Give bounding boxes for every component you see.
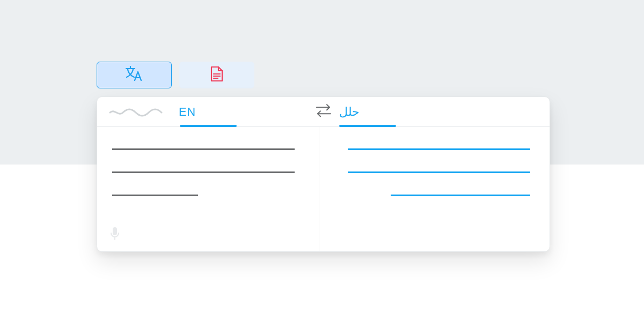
source-text-area[interactable] (97, 127, 319, 251)
source-text-line (112, 195, 198, 196)
source-text-line (112, 148, 295, 150)
document-icon (210, 66, 224, 84)
target-text-line (391, 195, 530, 196)
source-lang-label: EN (179, 105, 196, 119)
voice-input-button[interactable] (110, 227, 120, 243)
target-text-line (348, 148, 530, 150)
microphone-icon (110, 233, 120, 242)
target-lang-selector[interactable]: حلل (320, 97, 550, 126)
target-lang-label: حلل (339, 105, 360, 119)
card-body (97, 127, 550, 251)
target-text-line (348, 171, 530, 173)
translate-icon (125, 66, 143, 84)
translator-card: EN حلل (97, 96, 550, 252)
tab-document[interactable] (179, 62, 254, 88)
mode-tabs (97, 62, 254, 88)
card-header: EN حلل (97, 97, 550, 127)
source-text-line (112, 171, 295, 173)
source-lang-selector[interactable]: EN (97, 97, 320, 126)
tab-translate[interactable] (97, 62, 172, 88)
target-text-area (319, 127, 550, 251)
svg-rect-8 (113, 227, 117, 235)
detect-language-icon (109, 107, 163, 117)
